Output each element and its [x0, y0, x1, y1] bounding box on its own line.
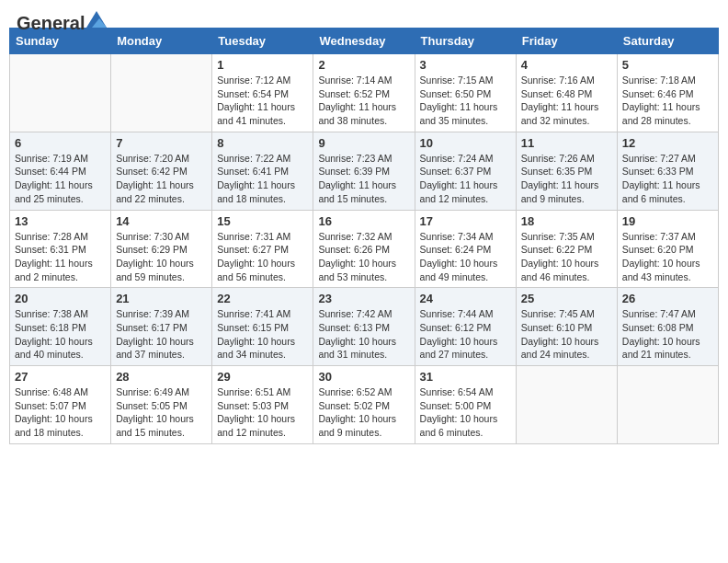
calendar-header-row: SundayMondayTuesdayWednesdayThursdayFrid…: [10, 29, 719, 54]
calendar-cell: 24Sunrise: 7:44 AMSunset: 6:12 PMDayligh…: [415, 288, 516, 366]
day-number: 4: [521, 58, 612, 72]
calendar-cell: 16Sunrise: 7:32 AMSunset: 6:26 PMDayligh…: [313, 210, 415, 288]
calendar-cell: 29Sunrise: 6:51 AMSunset: 5:03 PMDayligh…: [212, 366, 313, 444]
day-info: Sunrise: 6:49 AMSunset: 5:05 PMDaylight:…: [116, 385, 207, 440]
day-info: Sunrise: 7:24 AMSunset: 6:37 PMDaylight:…: [420, 152, 511, 206]
day-number: 2: [318, 58, 409, 72]
day-number: 14: [116, 214, 207, 228]
calendar-cell: 23Sunrise: 7:42 AMSunset: 6:13 PMDayligh…: [313, 288, 415, 366]
day-number: 11: [521, 136, 612, 150]
day-number: 25: [521, 292, 612, 305]
day-info: Sunrise: 7:42 AMSunset: 6:13 PMDaylight:…: [318, 307, 409, 362]
day-number: 16: [318, 214, 409, 228]
calendar-cell: 10Sunrise: 7:24 AMSunset: 6:37 PMDayligh…: [415, 132, 516, 210]
calendar-cell: 1Sunrise: 7:12 AMSunset: 6:54 PMDaylight…: [212, 54, 313, 132]
calendar-cell: [111, 54, 212, 132]
day-info: Sunrise: 7:37 AMSunset: 6:20 PMDaylight:…: [622, 230, 713, 284]
day-number: 13: [15, 214, 106, 228]
day-number: 9: [318, 136, 409, 150]
calendar-week-row: 1Sunrise: 7:12 AMSunset: 6:54 PMDaylight…: [10, 54, 719, 132]
column-header-wednesday: Wednesday: [313, 29, 415, 54]
day-number: 12: [622, 136, 713, 150]
day-info: Sunrise: 7:19 AMSunset: 6:44 PMDaylight:…: [15, 152, 106, 206]
calendar-cell: [10, 54, 111, 132]
day-info: Sunrise: 7:30 AMSunset: 6:29 PMDaylight:…: [116, 230, 207, 284]
calendar-cell: 15Sunrise: 7:31 AMSunset: 6:27 PMDayligh…: [212, 210, 313, 288]
calendar-cell: 2Sunrise: 7:14 AMSunset: 6:52 PMDaylight…: [313, 54, 415, 132]
day-number: 28: [116, 370, 207, 384]
day-number: 30: [318, 370, 409, 384]
column-header-saturday: Saturday: [617, 29, 718, 54]
calendar-cell: 27Sunrise: 6:48 AMSunset: 5:07 PMDayligh…: [10, 366, 111, 444]
day-number: 24: [420, 292, 511, 305]
day-info: Sunrise: 7:26 AMSunset: 6:35 PMDaylight:…: [521, 152, 612, 206]
calendar-cell: 9Sunrise: 7:23 AMSunset: 6:39 PMDaylight…: [313, 132, 415, 210]
calendar-cell: 19Sunrise: 7:37 AMSunset: 6:20 PMDayligh…: [617, 210, 718, 288]
calendar-cell: 22Sunrise: 7:41 AMSunset: 6:15 PMDayligh…: [212, 288, 313, 366]
day-info: Sunrise: 7:34 AMSunset: 6:24 PMDaylight:…: [420, 230, 511, 284]
calendar-table: SundayMondayTuesdayWednesdayThursdayFrid…: [9, 28, 719, 444]
calendar-cell: 21Sunrise: 7:39 AMSunset: 6:17 PMDayligh…: [111, 288, 212, 366]
day-info: Sunrise: 6:54 AMSunset: 5:00 PMDaylight:…: [420, 385, 511, 440]
day-number: 15: [217, 214, 308, 228]
calendar-cell: [516, 366, 617, 444]
logo: General: [17, 13, 107, 17]
day-info: Sunrise: 7:47 AMSunset: 6:08 PMDaylight:…: [622, 307, 713, 362]
calendar-cell: 18Sunrise: 7:35 AMSunset: 6:22 PMDayligh…: [516, 210, 617, 288]
calendar-cell: 6Sunrise: 7:19 AMSunset: 6:44 PMDaylight…: [10, 132, 111, 210]
day-number: 18: [521, 214, 612, 228]
logo-icon: [86, 11, 107, 28]
calendar-cell: 4Sunrise: 7:16 AMSunset: 6:48 PMDaylight…: [516, 54, 617, 132]
day-number: 17: [420, 214, 511, 228]
calendar-cell: 28Sunrise: 6:49 AMSunset: 5:05 PMDayligh…: [111, 366, 212, 444]
column-header-friday: Friday: [516, 29, 617, 54]
calendar-cell: 31Sunrise: 6:54 AMSunset: 5:00 PMDayligh…: [415, 366, 516, 444]
calendar-cell: [617, 366, 718, 444]
day-info: Sunrise: 7:45 AMSunset: 6:10 PMDaylight:…: [521, 307, 612, 362]
day-info: Sunrise: 7:14 AMSunset: 6:52 PMDaylight:…: [318, 74, 409, 128]
day-number: 19: [622, 214, 713, 228]
column-header-monday: Monday: [111, 29, 212, 54]
day-number: 23: [318, 292, 409, 305]
day-number: 26: [622, 292, 713, 305]
calendar-cell: 13Sunrise: 7:28 AMSunset: 6:31 PMDayligh…: [10, 210, 111, 288]
logo-text: General: [17, 13, 85, 33]
column-header-thursday: Thursday: [415, 29, 516, 54]
calendar-cell: 30Sunrise: 6:52 AMSunset: 5:02 PMDayligh…: [313, 366, 415, 444]
calendar-cell: 17Sunrise: 7:34 AMSunset: 6:24 PMDayligh…: [415, 210, 516, 288]
day-number: 31: [420, 370, 511, 384]
calendar-cell: 11Sunrise: 7:26 AMSunset: 6:35 PMDayligh…: [516, 132, 617, 210]
day-info: Sunrise: 7:35 AMSunset: 6:22 PMDaylight:…: [521, 230, 612, 284]
day-number: 3: [420, 58, 511, 72]
day-number: 1: [217, 58, 308, 72]
day-info: Sunrise: 7:44 AMSunset: 6:12 PMDaylight:…: [420, 307, 511, 362]
day-number: 8: [217, 136, 308, 150]
day-info: Sunrise: 6:48 AMSunset: 5:07 PMDaylight:…: [15, 385, 106, 440]
day-number: 5: [622, 58, 713, 72]
day-info: Sunrise: 7:18 AMSunset: 6:46 PMDaylight:…: [622, 74, 713, 128]
calendar-week-row: 6Sunrise: 7:19 AMSunset: 6:44 PMDaylight…: [10, 132, 719, 210]
calendar-cell: 5Sunrise: 7:18 AMSunset: 6:46 PMDaylight…: [617, 54, 718, 132]
calendar-cell: 7Sunrise: 7:20 AMSunset: 6:42 PMDaylight…: [111, 132, 212, 210]
day-number: 21: [116, 292, 207, 305]
day-number: 22: [217, 292, 308, 305]
day-info: Sunrise: 7:38 AMSunset: 6:18 PMDaylight:…: [15, 307, 106, 362]
day-number: 7: [116, 136, 207, 150]
day-number: 29: [217, 370, 308, 384]
day-info: Sunrise: 7:27 AMSunset: 6:33 PMDaylight:…: [622, 152, 713, 206]
calendar-week-row: 27Sunrise: 6:48 AMSunset: 5:07 PMDayligh…: [10, 366, 719, 444]
calendar-week-row: 20Sunrise: 7:38 AMSunset: 6:18 PMDayligh…: [10, 288, 719, 366]
day-info: Sunrise: 7:31 AMSunset: 6:27 PMDaylight:…: [217, 230, 308, 284]
day-number: 27: [15, 370, 106, 384]
calendar-cell: 8Sunrise: 7:22 AMSunset: 6:41 PMDaylight…: [212, 132, 313, 210]
day-number: 6: [15, 136, 106, 150]
calendar-week-row: 13Sunrise: 7:28 AMSunset: 6:31 PMDayligh…: [10, 210, 719, 288]
calendar-cell: 3Sunrise: 7:15 AMSunset: 6:50 PMDaylight…: [415, 54, 516, 132]
column-header-tuesday: Tuesday: [212, 29, 313, 54]
day-info: Sunrise: 7:41 AMSunset: 6:15 PMDaylight:…: [217, 307, 308, 362]
day-info: Sunrise: 7:32 AMSunset: 6:26 PMDaylight:…: [318, 230, 409, 284]
day-info: Sunrise: 7:28 AMSunset: 6:31 PMDaylight:…: [15, 230, 106, 284]
day-info: Sunrise: 7:39 AMSunset: 6:17 PMDaylight:…: [116, 307, 207, 362]
day-number: 10: [420, 136, 511, 150]
day-info: Sunrise: 6:52 AMSunset: 5:02 PMDaylight:…: [318, 385, 409, 440]
